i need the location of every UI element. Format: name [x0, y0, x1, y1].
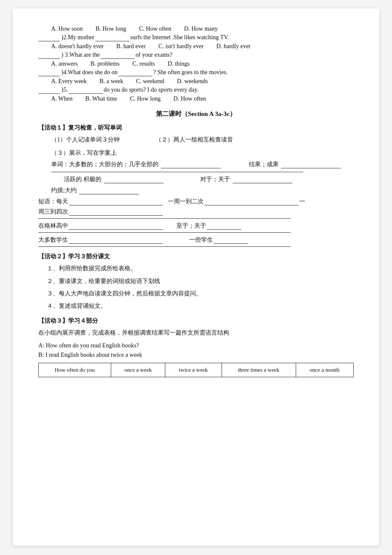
q4-options: A. Every week B. a week C. weekend D. we… — [38, 78, 354, 85]
vocab-blank2 — [281, 161, 341, 168]
phrase-label2: 一周一到二次 — [168, 198, 204, 205]
table-cell-twice-week: twice a week — [165, 363, 222, 377]
vocab-row3: 约摸;大约 — [38, 187, 354, 194]
q4-opt-b: B. a week — [100, 78, 124, 85]
q1-opt-c: C. How often — [139, 26, 171, 32]
vocab-blank5 — [79, 187, 139, 194]
q2-blank — [95, 34, 130, 41]
q2-opt-a: A. doesn't hardly ever — [51, 43, 104, 50]
q1-options: A. How soon B. How long C. How often D. … — [38, 26, 354, 32]
activity1-step1-row: （1）个人记读单词３分钟 （２）两人一组相互检查读音 — [38, 134, 354, 145]
table-cell-header: How often do you — [39, 363, 111, 377]
phrase-row2: 周三到四次 — [38, 208, 354, 216]
divider1 — [51, 172, 303, 172]
phrase-label6: 大多数学生 — [38, 236, 68, 244]
q3-opt-d: D. things — [168, 61, 190, 67]
q5-opt-c: C. How long — [130, 95, 161, 102]
activity1-step2: （２）两人一组相互检查读音 — [156, 136, 233, 143]
divider4 — [38, 246, 291, 247]
vocab-blank3 — [104, 176, 164, 183]
table-cell-once-week: once a week — [111, 363, 165, 377]
q5-opt-a: A. When — [51, 95, 72, 102]
phrase-label1: 短语：每天 — [38, 198, 68, 205]
phrase-dash: 一 — [299, 198, 305, 205]
section-title: 第二课时（Section A 3a-3c） — [38, 110, 354, 118]
q5-opt-b: B. What time — [85, 95, 117, 102]
frequency-table: How often do you once a week twice a wee… — [38, 363, 354, 377]
q2-question: )2.My mother surfs the Internet .She lik… — [38, 34, 354, 41]
divider2 — [38, 218, 291, 219]
q4-blank — [118, 69, 153, 76]
q5-opt-d: D. How often — [173, 95, 206, 102]
activity2-title: 【活动２】学习３部分课文 — [38, 253, 354, 260]
q3-paren — [38, 52, 60, 59]
activity2-item3: ３、每人大声地自读课文四分钟，然后根据文章内容提问。 — [47, 288, 354, 299]
q3-text: ) 3.What are the — [61, 52, 100, 58]
q3-options: A. answers B. problems C. results D. thi… — [38, 61, 354, 67]
activity3-title: 【活动３】学习４部分 — [38, 317, 354, 325]
activity2-item1: １、利用所给数据完成所给表格。 — [47, 263, 354, 274]
q5-paren — [38, 87, 60, 94]
q1-opt-a: A. How soon — [51, 26, 83, 32]
activity2-item2: ２、重读课文，给重要的词组或短语下划线 — [47, 276, 354, 286]
activity2-list: １、利用所给数据完成所给表格。 ２、重读课文，给重要的词组或短语下划线 ３、每人… — [47, 263, 354, 311]
table-row: How often do you once a week twice a wee… — [39, 363, 354, 377]
vocab-label5: 约摸;大约 — [51, 187, 77, 194]
mcq-section: A. How soon B. How long C. How often D. … — [38, 26, 354, 102]
phrase-row1: 短语：每天 一周一到二次 一 — [38, 198, 354, 205]
activity3-desc: 在小组内展开调查，完成表格，并根据调查结果写一篇作文所需语言结构 — [38, 327, 354, 338]
vocab-label1: 单词：大多数的；大部分的；几乎全部的 — [51, 161, 159, 168]
table-cell-once-month: once a month — [296, 363, 353, 377]
activity2-item4: ４、复述或背诵短文。 — [47, 301, 354, 311]
phrase-label7: 一些学生 — [189, 236, 213, 244]
q2-opt-b: B. hard ever — [116, 43, 146, 50]
phrase-blank3 — [69, 208, 163, 216]
q4-question: )4.What does she do on ? She often goes … — [38, 69, 354, 76]
table-cell-three-week: three times a week — [222, 363, 296, 377]
divider3 — [38, 232, 291, 233]
vocab-label2: 结果；成果 — [249, 161, 279, 168]
q2-rest: surfs the Internet .She likes watching T… — [130, 34, 229, 41]
vocab-label3: 活跃的 积极的 — [64, 176, 101, 183]
phrase-blank2 — [205, 198, 298, 205]
phrase-label5: 至于；关于 — [176, 222, 206, 230]
vocab-label4: 对于；关于 — [200, 176, 230, 183]
q2-text: )2.My mother — [61, 34, 95, 41]
q4-opt-d: D. weekends — [177, 78, 208, 85]
q4-rest: ? She often goes to the movies. — [153, 69, 228, 76]
q5-question: )5. do you do sports? I do sports every … — [38, 87, 354, 94]
q5-options: A. When B. What time C. How long D. How … — [38, 95, 354, 102]
q5-text: )5. — [61, 87, 68, 93]
vocab-row1: 单词：大多数的；大部分的；几乎全部的 结果；成果 — [38, 161, 354, 168]
vocab-row2: 活跃的 积极的 对于；关于 — [38, 176, 354, 183]
page: A. How soon B. How long C. How often D. … — [13, 9, 379, 546]
phrase-row4: 大多数学生 一些学生 — [38, 236, 354, 244]
q4-opt-c: C. weekend — [136, 78, 164, 85]
q2-options: A. doesn't hardly ever B. hard ever C. i… — [38, 43, 354, 50]
phrase-label3: 周三到四次 — [38, 208, 68, 216]
q3-opt-c: C. results — [133, 61, 155, 67]
q1-opt-b: B. How long — [95, 26, 126, 32]
q2-opt-c: C. isn't hardly ever — [159, 43, 204, 50]
phrase-blank5 — [207, 223, 241, 230]
activity1-section: 【活动１】复习检查，听写单词 （1）个人记读单词３分钟 （２）两人一组相互检查读… — [38, 124, 354, 247]
q4-opt-a: A. Every week — [51, 78, 87, 85]
vocab-blank4 — [233, 176, 292, 183]
phrase-blank4 — [69, 223, 163, 230]
activity3-dialogB: B: I read English books about twice a we… — [38, 352, 354, 358]
phrase-blank1 — [69, 198, 163, 205]
vocab-blank1 — [161, 161, 221, 168]
activity2-section: 【活动２】学习３部分课文 １、利用所给数据完成所给表格。 ２、重读课文，给重要的… — [38, 253, 354, 311]
q2-paren — [38, 34, 60, 41]
activity1-step1: （1）个人记读单词３分钟 — [51, 136, 120, 143]
activity1-step3: （３）展示，写在学案上 — [38, 147, 354, 158]
q5-rest: do you do sports? I do sports every day. — [104, 87, 199, 93]
q3-blank — [101, 52, 135, 59]
q3-question: ) 3.What are the of your exams? — [38, 52, 354, 59]
phrase-label4: 在格林高中 — [38, 222, 68, 230]
activity3-section: 【活动３】学习４部分 在小组内展开调查，完成表格，并根据调查结果写一篇作文所需语… — [38, 317, 354, 377]
q5-blank — [69, 87, 103, 94]
q4-paren — [38, 69, 60, 76]
q3-rest: of your exams? — [135, 52, 172, 58]
q4-text: )4.What does she do on — [61, 69, 118, 76]
